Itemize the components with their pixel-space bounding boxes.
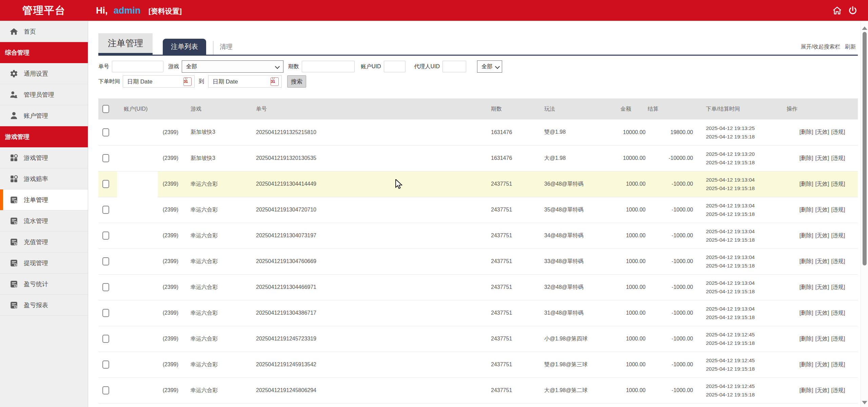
- col-header-order-no: 单号: [244, 98, 488, 119]
- scrollbar-down-arrow-icon[interactable]: [862, 401, 867, 404]
- sidebar-item[interactable]: 游戏赔率: [0, 168, 88, 189]
- col-header-play: 玩法: [531, 98, 620, 119]
- violation-link[interactable]: [违规]: [831, 155, 845, 161]
- sidebar-item[interactable]: 注单管理: [0, 189, 88, 210]
- game-select[interactable]: 全部: [182, 60, 283, 73]
- row-checkbox[interactable]: [102, 128, 109, 136]
- violation-link[interactable]: [违规]: [831, 207, 845, 212]
- invalidate-link[interactable]: [无效]: [815, 336, 829, 341]
- main-content: 注单管理注单列表清理 展开/收起搜索栏刷新 单号 游戏 全部 期数 账户UID …: [88, 21, 861, 407]
- scrollbar-thumb[interactable]: [863, 32, 867, 265]
- violation-link[interactable]: [违规]: [831, 181, 845, 187]
- delete-link[interactable]: [删除]: [800, 258, 813, 264]
- sidebar-item[interactable]: 提现管理: [0, 253, 88, 274]
- row-operations: [删除][无效][违规]: [787, 171, 858, 197]
- scrollbar-up-arrow-icon[interactable]: [862, 26, 867, 30]
- row-checkbox[interactable]: [102, 206, 109, 214]
- row-checkbox[interactable]: [102, 283, 109, 291]
- settle-time: 2025-04-12 19:15:18: [706, 313, 787, 321]
- delete-link[interactable]: [删除]: [800, 155, 813, 161]
- date-from-input[interactable]: 日期 Date 31: [123, 75, 195, 88]
- violation-link[interactable]: [违规]: [831, 387, 845, 393]
- logout-power-icon[interactable]: [848, 5, 858, 16]
- delete-link[interactable]: [删除]: [800, 207, 813, 212]
- violation-link[interactable]: [违规]: [831, 362, 845, 367]
- sidebar-item-label: 通用设置: [24, 70, 48, 78]
- select-all-checkbox[interactable]: [102, 105, 109, 113]
- profile-settings-link[interactable]: [资料设置]: [149, 7, 182, 15]
- delete-link[interactable]: [删除]: [800, 284, 813, 290]
- order-number: 20250412191304414449: [244, 171, 488, 197]
- violation-link[interactable]: [违规]: [831, 258, 845, 264]
- violation-link[interactable]: [违规]: [831, 310, 845, 316]
- invalidate-link[interactable]: [无效]: [815, 155, 829, 161]
- period-input[interactable]: [302, 61, 355, 72]
- delete-link[interactable]: [删除]: [800, 387, 813, 393]
- calendar-icon[interactable]: 31: [183, 77, 192, 86]
- toggle-search-bar-link[interactable]: 展开/收起搜索栏: [801, 44, 840, 50]
- search-button[interactable]: 搜索: [287, 75, 306, 88]
- row-checkbox[interactable]: [102, 232, 109, 240]
- game-name: 幸运六合彩: [180, 223, 244, 248]
- delete-link[interactable]: [删除]: [800, 310, 813, 316]
- sidebar-item[interactable]: 盈亏统计: [0, 274, 88, 295]
- status-select[interactable]: 全部: [477, 60, 502, 73]
- invalidate-link[interactable]: [无效]: [815, 181, 829, 187]
- col-header-game: 游戏: [180, 98, 244, 119]
- sidebar-item[interactable]: 充值管理: [0, 232, 88, 253]
- home-icon[interactable]: [832, 5, 842, 16]
- invalidate-link[interactable]: [无效]: [815, 258, 829, 264]
- sidebar-item[interactable]: 通用设置: [0, 63, 88, 84]
- row-checkbox[interactable]: [102, 180, 109, 188]
- delete-link[interactable]: [删除]: [800, 336, 813, 341]
- game-name: 幸运六合彩: [180, 300, 244, 326]
- sidebar-item[interactable]: 账户管理: [0, 105, 88, 126]
- row-checkbox[interactable]: [102, 154, 109, 162]
- sidebar-item[interactable]: 游戏管理: [0, 147, 88, 168]
- refresh-link[interactable]: 刷新: [845, 44, 856, 50]
- delete-link[interactable]: [删除]: [800, 362, 813, 367]
- sidebar-item[interactable]: 流水管理: [0, 210, 88, 232]
- invalidate-link[interactable]: [无效]: [815, 233, 829, 238]
- game-name: 新加坡快3: [180, 145, 244, 171]
- sidebar-item[interactable]: 首页: [0, 21, 88, 42]
- order-number: 20250412191245806294: [244, 377, 488, 403]
- violation-link[interactable]: [违规]: [831, 336, 845, 341]
- violation-link[interactable]: [违规]: [831, 233, 845, 238]
- tab-cleanup[interactable]: 清理: [213, 41, 233, 55]
- invalidate-link[interactable]: [无效]: [815, 129, 829, 135]
- order-no-input[interactable]: [112, 61, 163, 72]
- account-uid: (2399): [158, 145, 180, 171]
- bet-amount: 1000.00: [620, 274, 648, 300]
- invalidate-link[interactable]: [无效]: [815, 387, 829, 393]
- violation-link[interactable]: [违规]: [831, 129, 845, 135]
- game-label: 游戏: [168, 63, 179, 70]
- settle-amount: -1000.00: [648, 300, 695, 326]
- invalidate-link[interactable]: [无效]: [815, 310, 829, 316]
- table-row: (2399) 新加坡快3 20250412191320130535 163147…: [98, 145, 858, 171]
- sidebar-item[interactable]: 盈亏报表: [0, 295, 88, 316]
- delete-link[interactable]: [删除]: [800, 181, 813, 187]
- order-time: 2025-04-12 19:13:04: [706, 279, 787, 287]
- account-uid-input[interactable]: [384, 61, 406, 72]
- invalidate-link[interactable]: [无效]: [815, 284, 829, 290]
- date-to-input[interactable]: 日期 Date 31: [208, 75, 282, 88]
- row-checkbox[interactable]: [102, 360, 109, 369]
- calendar-icon[interactable]: 31: [271, 77, 279, 86]
- sidebar-item-label: 首页: [24, 27, 36, 36]
- period-number: 1631476: [488, 119, 531, 145]
- delete-link[interactable]: [删除]: [800, 233, 813, 238]
- agent-uid-input[interactable]: [442, 61, 466, 72]
- account-avatar-cell: [117, 274, 158, 300]
- sidebar-item[interactable]: 管理员管理: [0, 84, 88, 105]
- violation-link[interactable]: [违规]: [831, 284, 845, 290]
- invalidate-link[interactable]: [无效]: [815, 207, 829, 212]
- row-checkbox[interactable]: [102, 309, 109, 317]
- row-checkbox[interactable]: [102, 386, 109, 394]
- row-checkbox[interactable]: [102, 335, 109, 343]
- delete-link[interactable]: [删除]: [800, 129, 813, 135]
- row-checkbox[interactable]: [102, 257, 109, 265]
- invalidate-link[interactable]: [无效]: [815, 362, 829, 367]
- tab-order-list[interactable]: 注单列表: [163, 39, 206, 55]
- order-time-label: 下单时间: [98, 78, 120, 85]
